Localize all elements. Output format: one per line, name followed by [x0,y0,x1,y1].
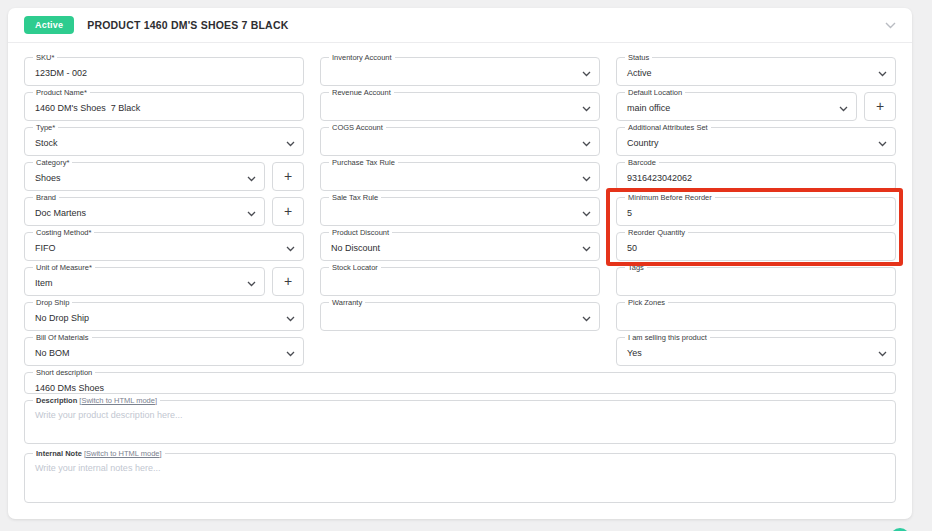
i-am-selling-this-product-label: I am selling this product [625,333,710,342]
column-middle: Inventory Account Revenue Account COGS A… [320,52,600,372]
field-short-description[interactable]: Short description 1460 DMs Shoes [24,372,896,394]
internal-note-html-mode-link[interactable]: Switch to HTML mode [86,449,160,458]
select-unit-of-measure[interactable]: Unit of Measure* Item [24,267,265,296]
warranty-label: Warranty [329,298,365,307]
select-i-am-selling-this-product[interactable]: I am selling this product Yes [616,337,896,366]
select-bill-of-materials[interactable]: Bill Of Materials No BOM [24,337,304,366]
add-brand-button[interactable]: + [272,197,304,226]
select-default-location[interactable]: Default Location main office [616,92,857,121]
input-sku[interactable]: SKU* 123DM - 002 [24,57,304,86]
form-row-stock-locator: Stock Locator [320,267,600,296]
form-row-reorder-quantity: Reorder Quantity 50 [616,232,896,261]
chevron-down-icon [839,106,848,112]
form-row-tags: Tags [616,267,896,296]
select-inventory-account[interactable]: Inventory Account [320,57,600,86]
collapse-chevron-icon[interactable] [885,22,896,29]
select-product-discount[interactable]: Product Discount No Discount [320,232,600,261]
form-row-type: Type* Stock [24,127,304,156]
chevron-down-icon [247,176,256,182]
product-detail-card: Active PRODUCT 1460 DM'S SHOES 7 BLACK S… [8,8,912,519]
form-row-unit-of-measure: Unit of Measure* Item + [24,267,304,296]
sale-tax-rule-label: Sale Tax Rule [329,193,381,202]
select-category[interactable]: Category* Shoes [24,162,265,191]
internal-note-editor[interactable]: Internal Note [Switch to HTML mode] Writ… [24,453,896,503]
input-tags[interactable]: Tags [616,267,896,296]
add-default-location-button[interactable]: + [864,92,896,121]
input-minimum-before-reorder[interactable]: Minimum Before Reorder 5 [616,197,896,226]
select-sale-tax-rule[interactable]: Sale Tax Rule [320,197,600,226]
select-costing-method[interactable]: Costing Method* FIFO [24,232,304,261]
input-stock-locator[interactable]: Stock Locator [320,267,600,296]
brand-label: Brand [33,193,59,202]
reorder-quantity-label: Reorder Quantity [625,228,688,237]
status-badge: Active [24,16,74,34]
chevron-down-icon [582,106,591,112]
pick-zones-label: Pick Zones [625,298,668,307]
drop-ship-label: Drop Ship [33,298,72,307]
select-status[interactable]: Status Active [616,57,896,86]
form-row-additional-attributes-set: Additional Attributes Set Country [616,127,896,156]
input-barcode[interactable]: Barcode 9316423042062 [616,162,896,191]
description-editor[interactable]: Description [Switch to HTML mode] Write … [24,400,896,444]
tags-value [617,268,895,278]
form-row-minimum-before-reorder: Minimum Before Reorder 5 [616,197,896,226]
form-row-barcode: Barcode 9316423042062 [616,162,896,191]
add-category-button[interactable]: + [272,162,304,191]
column-right: Status Active Default Location main offi… [616,52,896,372]
input-product-name[interactable]: Product Name* 1460 DM's Shoes 7 Black [24,92,304,121]
form-row-costing-method: Costing Method* FIFO [24,232,304,261]
form-row-product-discount: Product Discount No Discount [320,232,600,261]
chevron-down-icon [878,71,887,77]
select-brand[interactable]: Brand Doc Martens [24,197,265,226]
minimum-before-reorder-label: Minimum Before Reorder [625,193,715,202]
cogs-account-label: COGS Account [329,123,386,132]
input-pick-zones[interactable]: Pick Zones [616,302,896,331]
short-description-label: Short description [33,368,95,377]
inventory-account-label: Inventory Account [329,53,395,62]
internal-note-row: Internal Note [Switch to HTML mode] Writ… [24,453,896,503]
select-type[interactable]: Type* Stock [24,127,304,156]
chevron-down-icon [582,71,591,77]
description-label: Description [Switch to HTML mode] [33,396,160,405]
revenue-account-label: Revenue Account [329,88,394,97]
form-row-drop-ship: Drop Ship No Drop Ship [24,302,304,331]
stock-locator-label: Stock Locator [329,263,381,272]
description-html-mode-link[interactable]: Switch to HTML mode [81,396,155,405]
page-title: PRODUCT 1460 DM'S SHOES 7 BLACK [87,19,288,31]
select-cogs-account[interactable]: COGS Account [320,127,600,156]
barcode-label: Barcode [625,158,659,167]
status-value: Active [617,58,895,78]
select-warranty[interactable]: Warranty [320,302,600,331]
sku-label: SKU* [33,53,57,62]
form-row-status: Status Active [616,57,896,86]
chevron-down-icon [582,316,591,322]
chevron-down-icon [582,141,591,147]
default-location-label: Default Location [625,88,685,97]
costing-method-label: Costing Method* [33,228,94,237]
chevron-down-icon [582,246,591,252]
purchase-tax-rule-label: Purchase Tax Rule [329,158,398,167]
select-purchase-tax-rule[interactable]: Purchase Tax Rule [320,162,600,191]
card-header: Active PRODUCT 1460 DM'S SHOES 7 BLACK [8,8,912,43]
tags-label: Tags [625,263,647,272]
additional-attributes-set-label: Additional Attributes Set [625,123,711,132]
select-drop-ship[interactable]: Drop Ship No Drop Ship [24,302,304,331]
form-row-product-name: Product Name* 1460 DM's Shoes 7 Black [24,92,304,121]
form-columns: SKU* 123DM - 002 Product Name* 1460 DM's… [24,52,896,372]
internal-note-label: Internal Note [Switch to HTML mode] [33,449,165,458]
select-additional-attributes-set[interactable]: Additional Attributes Set Country [616,127,896,156]
type-label: Type* [33,123,58,132]
add-unit-of-measure-button[interactable]: + [272,267,304,296]
product-form: SKU* 123DM - 002 Product Name* 1460 DM's… [8,43,912,503]
form-row-sale-tax-rule: Sale Tax Rule [320,197,600,226]
select-revenue-account[interactable]: Revenue Account [320,92,600,121]
column-left: SKU* 123DM - 002 Product Name* 1460 DM's… [24,52,304,372]
input-reorder-quantity[interactable]: Reorder Quantity 50 [616,232,896,261]
unit-of-measure-label: Unit of Measure* [33,263,95,272]
short-description-value: 1460 DMs Shoes [25,373,895,393]
chevron-down-icon [582,176,591,182]
product-discount-label: Product Discount [329,228,392,237]
form-row-bill-of-materials: Bill Of Materials No BOM [24,337,304,366]
chevron-down-icon [582,211,591,217]
chevron-down-icon [878,141,887,147]
